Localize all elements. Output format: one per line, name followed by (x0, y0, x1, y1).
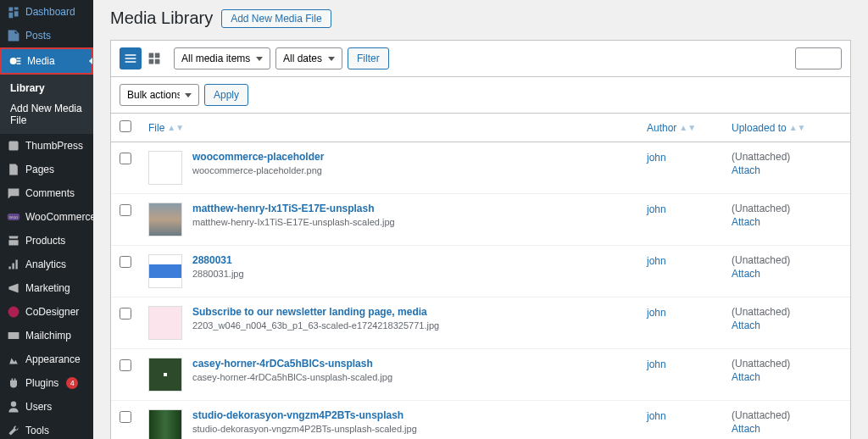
sidebar-item-dashboard[interactable]: Dashboard (0, 0, 93, 24)
sidebar-item-analytics[interactable]: Analytics (0, 253, 93, 276)
thumbnail[interactable] (148, 254, 182, 288)
search-input[interactable] (795, 47, 842, 69)
media-table: File▲▼ Author▲▼ Uploaded to▲▼ woocommerc… (111, 113, 850, 439)
table-row: casey-horner-4rDCa5hBlCs-unsplash casey-… (111, 349, 850, 401)
row-checkbox[interactable] (120, 308, 131, 320)
attach-link[interactable]: Attach (732, 268, 842, 280)
media-title-link[interactable]: Subscribe to our newsletter landing page… (192, 306, 439, 318)
media-filename: casey-horner-4rDCa5hBlCs-unsplash-scaled… (192, 372, 392, 382)
sidebar-submenu: Library Add New Media File (0, 75, 93, 134)
mailchimp-icon (7, 329, 20, 342)
author-link[interactable]: john (647, 358, 666, 370)
media-filename: woocommerce-placeholder.png (192, 165, 324, 175)
list-icon (124, 52, 137, 65)
uploaded-column-header[interactable]: Uploaded to▲▼ (723, 114, 850, 142)
author-link[interactable]: john (647, 203, 666, 215)
sidebar-item-comments[interactable]: Comments (0, 181, 93, 205)
sidebar-item-label: Posts (25, 30, 51, 42)
posts-icon (7, 29, 20, 42)
attach-link[interactable]: Attach (732, 320, 842, 331)
author-link[interactable]: john (647, 410, 666, 422)
media-filename: studio-dekorasyon-vngzm4P2BTs-unsplash-s… (192, 424, 417, 434)
media-title-link[interactable]: 2880031 (192, 254, 244, 266)
sidebar-item-label: Users (25, 401, 52, 413)
author-column-header[interactable]: Author▲▼ (638, 114, 723, 142)
attachment-status: (Unattached) (732, 409, 790, 421)
page-title: Media Library (110, 8, 213, 28)
row-checkbox[interactable] (120, 256, 131, 268)
bulk-actions-row: Bulk actions Apply (110, 77, 851, 113)
sidebar-item-plugins[interactable]: Plugins 4 (0, 371, 93, 395)
sidebar-item-label: Pages (25, 164, 54, 175)
attachment-status: (Unattached) (732, 254, 790, 266)
admin-sidebar: Dashboard Posts Media Library Add New Me… (0, 0, 93, 439)
dates-select[interactable]: All dates (275, 47, 342, 69)
row-checkbox[interactable] (120, 153, 131, 164)
file-column-header[interactable]: File▲▼ (140, 114, 638, 142)
select-all-header (111, 114, 140, 142)
sidebar-item-products[interactable]: Products (0, 229, 93, 253)
sidebar-item-label: WooCommerce (25, 211, 93, 223)
attachment-status: (Unattached) (732, 358, 790, 370)
sidebar-item-pages[interactable]: Pages (0, 158, 93, 181)
sidebar-item-codesigner[interactable]: CoDesigner (0, 300, 93, 324)
row-checkbox[interactable] (120, 411, 131, 423)
attach-link[interactable]: Attach (732, 371, 842, 383)
submenu-library[interactable]: Library (0, 78, 93, 98)
attach-link[interactable]: Attach (732, 423, 842, 435)
bulk-actions-select[interactable]: Bulk actions (120, 84, 199, 106)
attachment-status: (Unattached) (732, 306, 790, 318)
sidebar-item-marketing[interactable]: Marketing (0, 276, 93, 300)
row-checkbox[interactable] (120, 359, 131, 371)
media-title-link[interactable]: woocommerce-placeholder (192, 151, 324, 163)
media-icon (8, 54, 22, 68)
sidebar-item-users[interactable]: Users (0, 395, 93, 419)
view-switch (120, 47, 165, 69)
sort-icon: ▲▼ (679, 123, 696, 132)
sidebar-item-media[interactable]: Media (0, 47, 93, 75)
media-title-link[interactable]: matthew-henry-Ix1TiS-E17E-unsplash (192, 203, 395, 214)
media-filename: matthew-henry-Ix1TiS-E17E-unsplash-scale… (192, 217, 395, 227)
sidebar-item-label: Plugins (25, 377, 58, 389)
svg-text:woo: woo (8, 214, 18, 220)
thumbnail[interactable] (148, 306, 182, 340)
select-all-checkbox[interactable] (120, 120, 131, 132)
author-link[interactable]: john (647, 152, 666, 164)
view-grid-button[interactable] (143, 47, 165, 69)
thumbnail[interactable] (148, 409, 182, 439)
author-link[interactable]: john (647, 307, 666, 319)
dashboard-icon (7, 5, 20, 19)
sidebar-item-thumbpress[interactable]: ThumbPress (0, 134, 93, 158)
grid-icon (147, 52, 161, 65)
svg-point-4 (8, 307, 19, 318)
page-header: Media Library Add New Media File (93, 0, 868, 40)
svg-point-0 (10, 58, 17, 64)
attach-link[interactable]: Attach (732, 216, 842, 228)
plugins-badge: 4 (66, 377, 78, 389)
media-type-select[interactable]: All media items (174, 47, 270, 69)
media-title-link[interactable]: studio-dekorasyon-vngzm4P2BTs-unsplash (192, 409, 417, 421)
filter-button[interactable]: Filter (348, 47, 389, 69)
thumbnail[interactable] (148, 151, 182, 185)
author-link[interactable]: john (647, 255, 666, 267)
row-checkbox[interactable] (120, 204, 131, 216)
sort-icon: ▲▼ (789, 123, 806, 132)
sidebar-item-posts[interactable]: Posts (0, 24, 93, 47)
table-row: studio-dekorasyon-vngzm4P2BTs-unsplash s… (111, 401, 850, 440)
sidebar-item-woocommerce[interactable]: woo WooCommerce (0, 205, 93, 229)
apply-button[interactable]: Apply (204, 84, 248, 106)
sidebar-item-tools[interactable]: Tools (0, 419, 93, 439)
media-title-link[interactable]: casey-horner-4rDCa5hBlCs-unsplash (192, 358, 392, 370)
thumbnail[interactable] (148, 358, 182, 392)
plugins-icon (7, 376, 20, 390)
sidebar-item-appearance[interactable]: Appearance (0, 347, 93, 371)
thumbnail[interactable] (148, 203, 182, 236)
sidebar-item-mailchimp[interactable]: Mailchimp (0, 324, 93, 347)
view-list-button[interactable] (120, 47, 142, 69)
add-new-button[interactable]: Add New Media File (221, 9, 331, 28)
appearance-icon (7, 353, 20, 366)
table-row: Subscribe to our newsletter landing page… (111, 297, 850, 349)
submenu-add-new[interactable]: Add New Media File (0, 98, 93, 131)
sidebar-item-label: ThumbPress (25, 140, 83, 152)
attach-link[interactable]: Attach (732, 164, 842, 176)
